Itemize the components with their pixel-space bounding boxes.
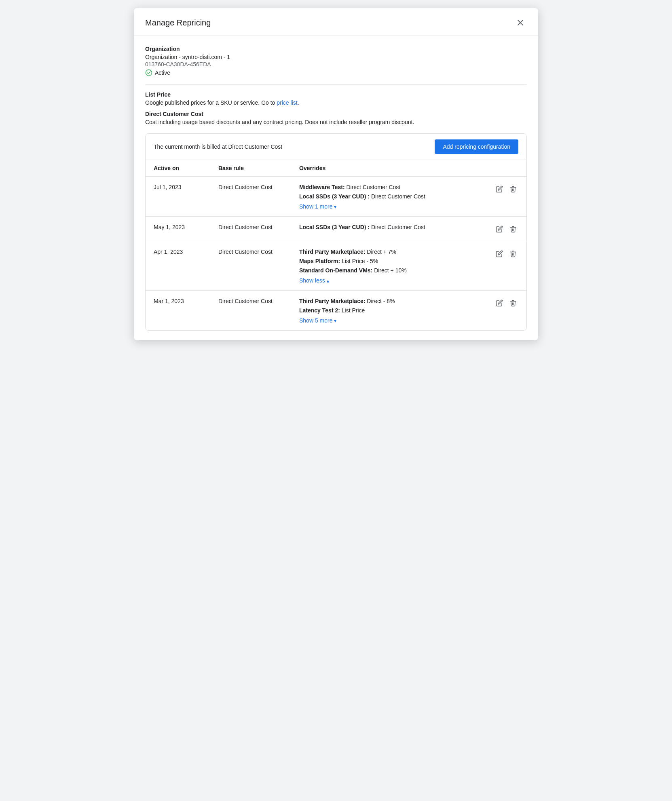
- show-5-more-label: Show 5 more: [299, 317, 332, 324]
- override-key: Local SSDs (3 Year CUD) :: [299, 224, 370, 230]
- list-price-label: List Price: [145, 91, 527, 98]
- show-less-label: Show less: [299, 277, 325, 284]
- edit-button[interactable]: [494, 224, 505, 234]
- org-section: Organization Organization - syntro-disti…: [145, 46, 527, 76]
- table-row: Apr 1, 2023 Direct Customer Cost Third P…: [146, 241, 526, 291]
- list-price-section: List Price Google published prices for a…: [145, 91, 527, 106]
- repricing-card: The current month is billed at Direct Cu…: [145, 133, 527, 331]
- row-2-overrides: Local SSDs (3 Year CUD) : Direct Custome…: [299, 223, 486, 232]
- repricing-table: Active on Base rule Overrides Jul 1, 202…: [146, 160, 526, 330]
- override-value: Direct Customer Cost: [346, 184, 400, 190]
- override-line: Local SSDs (3 Year CUD) : Direct Custome…: [299, 192, 486, 201]
- override-value: Direct Customer Cost: [371, 224, 425, 230]
- row-1-base-rule: Direct Customer Cost: [218, 183, 299, 190]
- divider-1: [145, 84, 527, 85]
- active-status-icon: [145, 69, 152, 76]
- edit-button[interactable]: [494, 249, 505, 259]
- show-more-label: Show 1 more: [299, 203, 332, 210]
- row-1-overrides: Middleware Test: Direct Customer Cost Lo…: [299, 183, 486, 210]
- override-key: Third Party Marketplace:: [299, 298, 365, 304]
- override-value: Direct - 8%: [367, 298, 395, 304]
- edit-button[interactable]: [494, 184, 505, 194]
- override-key: Third Party Marketplace:: [299, 249, 365, 255]
- row-3-overrides: Third Party Marketplace: Direct + 7% Map…: [299, 248, 486, 284]
- show-5-more-button[interactable]: Show 5 more: [299, 317, 336, 324]
- delete-button[interactable]: [508, 184, 518, 194]
- delete-icon: [509, 299, 517, 307]
- table-row: Jul 1, 2023 Direct Customer Cost Middlew…: [146, 177, 526, 217]
- card-banner: The current month is billed at Direct Cu…: [146, 134, 526, 160]
- edit-button[interactable]: [494, 298, 505, 308]
- delete-button[interactable]: [508, 298, 518, 308]
- header-overrides: Overrides: [299, 165, 486, 171]
- override-value: List Price - 5%: [342, 258, 378, 264]
- edit-icon: [496, 185, 503, 193]
- show-less-button[interactable]: Show less: [299, 277, 329, 284]
- row-2-base-rule: Direct Customer Cost: [218, 223, 299, 230]
- close-icon: [516, 18, 525, 27]
- override-line: Third Party Marketplace: Direct + 7%: [299, 248, 486, 256]
- override-key: Local SSDs (3 Year CUD) :: [299, 193, 370, 200]
- row-4-base-rule: Direct Customer Cost: [218, 297, 299, 304]
- override-line: Third Party Marketplace: Direct - 8%: [299, 297, 486, 306]
- override-key: Middleware Test:: [299, 184, 345, 190]
- table-row: Mar 1, 2023 Direct Customer Cost Third P…: [146, 291, 526, 330]
- org-status: Active: [145, 69, 527, 76]
- override-key: Maps Platform:: [299, 258, 340, 264]
- list-price-desc-text: Google published prices for a SKU or ser…: [145, 99, 277, 106]
- direct-cost-desc: Cost including usage based discounts and…: [145, 119, 527, 125]
- row-1-actions: [486, 183, 518, 194]
- table-header: Active on Base rule Overrides: [146, 160, 526, 177]
- delete-icon: [509, 250, 517, 257]
- header-base-rule: Base rule: [218, 165, 299, 171]
- table-row: May 1, 2023 Direct Customer Cost Local S…: [146, 217, 526, 241]
- override-line: Maps Platform: List Price - 5%: [299, 257, 486, 266]
- row-3-actions: [486, 248, 518, 259]
- delete-button[interactable]: [508, 224, 518, 234]
- header-actions: [486, 165, 518, 171]
- show-1-more-button[interactable]: Show 1 more: [299, 203, 336, 210]
- delete-button[interactable]: [508, 249, 518, 259]
- row-4-date: Mar 1, 2023: [154, 297, 218, 304]
- override-key: Standard On-Demand VMs:: [299, 267, 372, 274]
- modal-header: Manage Repricing: [134, 8, 538, 36]
- row-4-actions: [486, 297, 518, 308]
- chevron-up-icon: [327, 277, 329, 284]
- override-key: Latency Test 2:: [299, 307, 340, 314]
- override-line: Latency Test 2: List Price: [299, 306, 486, 315]
- close-button[interactable]: [514, 16, 527, 29]
- delete-icon: [509, 226, 517, 233]
- edit-icon: [496, 250, 503, 257]
- chevron-down-icon: [334, 317, 336, 324]
- row-2-date: May 1, 2023: [154, 223, 218, 230]
- edit-icon: [496, 299, 503, 307]
- org-name: Organization - syntro-disti.com - 1: [145, 54, 527, 60]
- override-line: Middleware Test: Direct Customer Cost: [299, 183, 486, 192]
- row-3-date: Apr 1, 2023: [154, 248, 218, 255]
- override-value: Direct + 10%: [374, 267, 407, 274]
- status-text: Active: [155, 70, 170, 76]
- row-3-base-rule: Direct Customer Cost: [218, 248, 299, 255]
- header-active-on: Active on: [154, 165, 218, 171]
- row-1-date: Jul 1, 2023: [154, 183, 218, 190]
- modal-body: Organization Organization - syntro-disti…: [134, 36, 538, 340]
- list-price-desc: Google published prices for a SKU or ser…: [145, 99, 527, 106]
- row-4-overrides: Third Party Marketplace: Direct - 8% Lat…: [299, 297, 486, 324]
- edit-icon: [496, 226, 503, 233]
- manage-repricing-modal: Manage Repricing Organization Organizati…: [134, 8, 538, 340]
- banner-text: The current month is billed at Direct Cu…: [154, 143, 282, 150]
- row-2-actions: [486, 223, 518, 234]
- override-line: Standard On-Demand VMs: Direct + 10%: [299, 266, 486, 275]
- add-config-button[interactable]: Add repricing configuration: [435, 139, 518, 154]
- org-section-label: Organization: [145, 46, 527, 52]
- chevron-down-icon: [334, 203, 336, 210]
- list-price-desc-suffix: .: [298, 99, 299, 106]
- override-line: Local SSDs (3 Year CUD) : Direct Custome…: [299, 223, 486, 232]
- delete-icon: [509, 185, 517, 193]
- override-value: Direct Customer Cost: [371, 193, 425, 200]
- direct-cost-section: Direct Customer Cost Cost including usag…: [145, 111, 527, 125]
- modal-title: Manage Repricing: [145, 18, 211, 27]
- org-id: 013760-CA30DA-456EDA: [145, 61, 527, 67]
- price-list-link[interactable]: price list: [277, 99, 297, 106]
- override-value: Direct + 7%: [367, 249, 396, 255]
